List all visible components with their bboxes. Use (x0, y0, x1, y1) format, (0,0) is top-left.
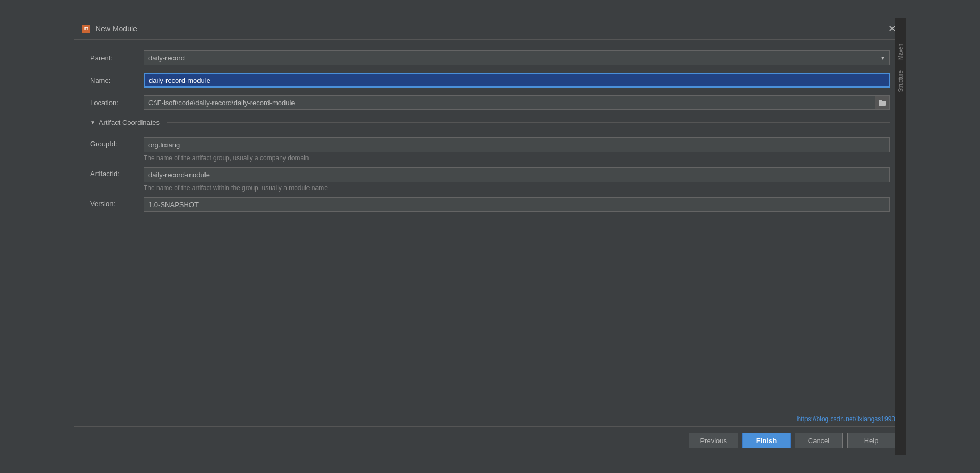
chevron-icon: ▼ (90, 120, 96, 125)
cancel-button[interactable]: Cancel (795, 433, 843, 448)
artifact-section-title: Artifact Coordinates (99, 119, 160, 127)
groupid-field-wrap: The name of the artifact group, usually … (144, 137, 890, 162)
title-bar: m New Module ✕ (74, 18, 906, 40)
module-icon-inner: m (82, 25, 90, 33)
location-row: Location: (90, 95, 890, 110)
location-wrapper (144, 95, 890, 110)
name-field-wrapper (144, 73, 890, 88)
groupid-hint: The name of the artifact group, usually … (144, 154, 890, 162)
folder-icon (879, 99, 886, 106)
title-bar-left: m New Module (81, 23, 137, 34)
previous-button[interactable]: Previous (689, 433, 738, 448)
help-button[interactable]: Help (847, 433, 895, 448)
groupid-input[interactable] (144, 137, 890, 152)
version-label: Version: (90, 197, 144, 208)
name-row: Name: (90, 73, 890, 88)
artifactid-hint: The name of the artifact within the grou… (144, 184, 890, 192)
svg-rect-1 (879, 100, 882, 101)
side-tab-structure[interactable]: Structure (897, 66, 905, 97)
version-input[interactable] (144, 197, 890, 212)
groupid-label: GroupId: (90, 137, 144, 148)
svg-rect-0 (879, 101, 886, 106)
parent-row: Parent: daily-record (90, 50, 890, 65)
new-module-dialog: m New Module ✕ Parent: daily-record Name… (74, 18, 906, 455)
artifactid-input[interactable] (144, 167, 890, 182)
artifactid-row: ArtifactId: The name of the artifact wit… (90, 167, 890, 192)
folder-browse-button[interactable] (875, 96, 889, 109)
artifactid-label: ArtifactId: (90, 167, 144, 178)
artifact-section-header[interactable]: ▼ Artifact Coordinates (90, 119, 890, 127)
side-tab-maven[interactable]: Maven (897, 40, 905, 64)
name-label: Name: (90, 76, 144, 84)
artifact-section: GroupId: The name of the artifact group,… (90, 137, 890, 212)
module-icon: m (81, 23, 91, 34)
parent-select-wrapper: daily-record (144, 50, 890, 65)
artifactid-field-wrap: The name of the artifact within the grou… (144, 167, 890, 192)
location-label: Location: (90, 99, 144, 107)
version-field-wrap (144, 197, 890, 212)
name-input[interactable] (144, 73, 890, 88)
finish-button[interactable]: Finish (742, 433, 791, 448)
version-row: Version: (90, 197, 890, 212)
url-hint[interactable]: https://blog.csdn.net/lixiangss1993 (797, 415, 895, 423)
dialog-footer: Previous Finish Cancel Help (74, 426, 906, 455)
side-panel: Maven Structure (895, 18, 906, 455)
parent-select[interactable]: daily-record (144, 50, 890, 65)
parent-label: Parent: (90, 54, 144, 62)
dialog-title: New Module (96, 25, 137, 33)
dialog-body: Parent: daily-record Name: Location: (74, 40, 906, 426)
location-input[interactable] (144, 95, 890, 110)
groupid-row: GroupId: The name of the artifact group,… (90, 137, 890, 162)
